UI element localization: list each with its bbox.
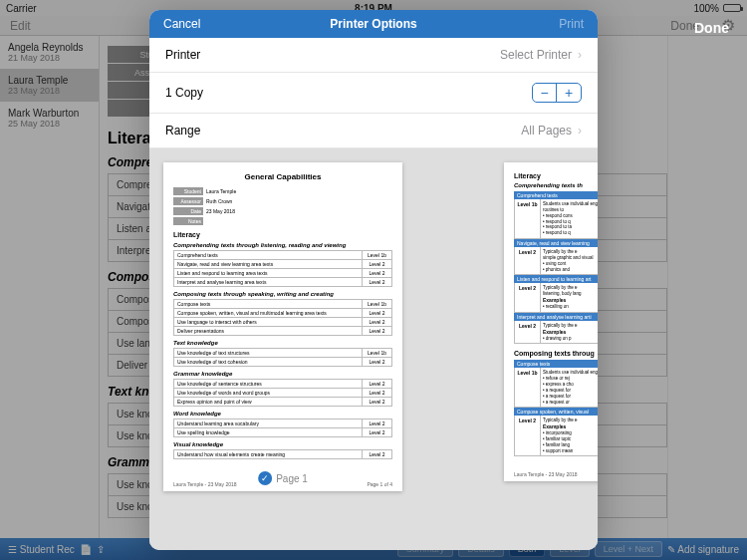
preview-page-1[interactable]: General Capabilities StudentLaura Temple…: [163, 162, 402, 491]
stepper-minus[interactable]: −: [533, 84, 557, 102]
printer-row[interactable]: Printer Select Printer›: [149, 38, 598, 73]
page-indicator: ✓Page 1: [258, 471, 308, 485]
modal-title: Printer Options: [330, 17, 416, 31]
cancel-button[interactable]: Cancel: [163, 17, 200, 31]
chevron-right-icon: ›: [578, 48, 582, 62]
stepper-plus[interactable]: +: [557, 84, 581, 102]
overlay-done-button[interactable]: Done: [694, 20, 729, 36]
check-icon: ✓: [258, 471, 272, 485]
modal-header: Cancel Printer Options Print: [149, 10, 598, 38]
range-row[interactable]: Range All Pages›: [149, 114, 598, 148]
preview-page-2[interactable]: Literacy Comprehending texts th Comprehe…: [504, 162, 598, 481]
chevron-right-icon: ›: [578, 124, 582, 138]
printer-options-modal: Cancel Printer Options Print Printer Sel…: [149, 10, 598, 550]
modal-overlay: Done Cancel Printer Options Print Printe…: [0, 0, 747, 560]
print-preview[interactable]: General Capabilities StudentLaura Temple…: [149, 148, 598, 550]
copies-stepper[interactable]: −+: [532, 83, 582, 103]
copies-row: 1 Copy −+: [149, 73, 598, 114]
print-button[interactable]: Print: [559, 17, 584, 31]
